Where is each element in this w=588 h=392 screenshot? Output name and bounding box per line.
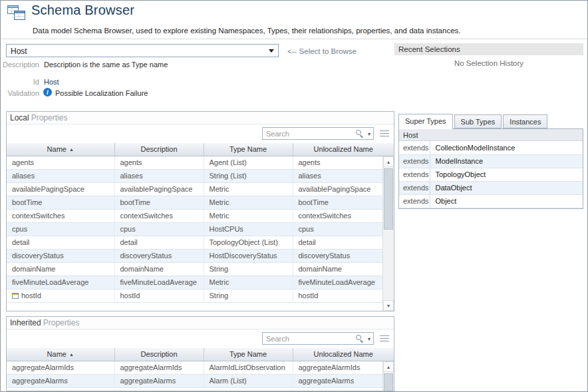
table-row[interactable]: agentsagentsAgent (List)agents bbox=[7, 156, 394, 169]
table-row[interactable]: aliasesaliasesString (List)aliases bbox=[7, 169, 394, 182]
tab-sub-types[interactable]: Sub Types bbox=[454, 114, 502, 128]
search-box[interactable]: ▾ bbox=[262, 127, 374, 140]
search-input[interactable] bbox=[266, 129, 350, 138]
table-row[interactable]: extendsDataObject bbox=[399, 181, 583, 194]
column-header-name[interactable]: Name▲ bbox=[7, 143, 114, 156]
page-description: Data model Schema Browser, used to explo… bbox=[33, 27, 461, 35]
recent-selections-panel: Recent Selections No Selection History bbox=[394, 43, 583, 67]
type-hierarchy-tabs: Super TypesSub TypesInstances bbox=[398, 114, 549, 130]
type-select-dropdown[interactable]: Host bbox=[6, 44, 279, 57]
cell-unlocalized-name: aliases bbox=[293, 169, 394, 182]
table-row[interactable]: bootTimebootTimeMetricbootTime bbox=[7, 196, 394, 209]
scroll-down-button[interactable]: ▼ bbox=[383, 300, 394, 311]
scroll-thumb[interactable] bbox=[384, 168, 393, 230]
table-row[interactable]: cpuscpusHostCPUscpus bbox=[7, 222, 394, 236]
search-icon[interactable] bbox=[356, 335, 361, 340]
inherited-properties-panel: InheritedProperties ▾ Name▲ Description … bbox=[6, 316, 394, 391]
id-value: Host bbox=[44, 78, 59, 86]
column-header-type-name[interactable]: Type Name bbox=[204, 143, 293, 156]
table-row[interactable]: availablePagingSpaceavailablePagingSpace… bbox=[7, 182, 394, 196]
cell-description: aliases bbox=[114, 169, 204, 182]
scroll-up-button[interactable]: ▲ bbox=[383, 361, 394, 372]
scroll-up-button[interactable]: ▲ bbox=[383, 156, 394, 167]
customize-columns-icon[interactable] bbox=[380, 130, 389, 137]
vertical-scrollbar[interactable]: ▲ ▼ bbox=[382, 156, 394, 311]
cell-type-name: Metric bbox=[204, 276, 293, 289]
cell-type: TopologyObject bbox=[430, 168, 583, 181]
tab-instances[interactable]: Instances bbox=[503, 114, 547, 128]
cell-unlocalized-name: detail bbox=[293, 236, 394, 249]
cell-name: fiveMinuteLoadAverage bbox=[7, 276, 114, 289]
cell-description: contextSwitches bbox=[114, 209, 204, 222]
schema-browser-icon bbox=[7, 4, 27, 22]
cell-description: cpus bbox=[114, 222, 204, 236]
cell-name: aggregateAlarms bbox=[7, 374, 114, 387]
vertical-scrollbar[interactable]: ▲ bbox=[382, 361, 394, 391]
local-properties-title: LocalProperties bbox=[7, 112, 394, 124]
customize-columns-icon[interactable] bbox=[380, 335, 389, 342]
table-row[interactable]: extendsModelInstance bbox=[399, 154, 583, 168]
dropdown-caret-icon[interactable] bbox=[269, 49, 274, 53]
recent-selections-empty-text: No Selection History bbox=[394, 55, 583, 67]
table-row[interactable]: fiveMinuteLoadAveragefiveMinuteLoadAvera… bbox=[7, 276, 394, 289]
table-row[interactable]: extendsTopologyObject bbox=[399, 168, 583, 181]
search-input[interactable] bbox=[266, 334, 350, 343]
cell-type: ModelInstance bbox=[430, 154, 583, 168]
cell-type-name: Metric bbox=[204, 209, 293, 222]
local-properties-toolbar: ▾ bbox=[7, 124, 394, 143]
cell-type-name: HostCPUs bbox=[204, 222, 293, 236]
table-row[interactable]: hostIdhostIdStringhostId bbox=[7, 289, 394, 302]
search-options-caret-icon[interactable]: ▾ bbox=[368, 336, 370, 342]
column-header-unlocalized-name[interactable]: Unlocalized Name bbox=[293, 348, 394, 361]
cell-unlocalized-name: aggregateAlarmIds bbox=[293, 361, 394, 374]
column-header-name[interactable]: Name▲ bbox=[7, 348, 114, 361]
cell-name: hostId bbox=[7, 289, 114, 302]
cell-unlocalized-name: hostId bbox=[293, 289, 394, 302]
inherited-properties-table: Name▲ Description Type Name Unlocalized … bbox=[7, 348, 394, 388]
tab-super-types[interactable]: Super Types bbox=[398, 114, 453, 129]
validation-label: Validation bbox=[1, 89, 39, 97]
search-options-caret-icon[interactable]: ▾ bbox=[368, 131, 370, 137]
type-select-value: Host bbox=[11, 47, 27, 56]
column-header-unlocalized-name[interactable]: Unlocalized Name bbox=[293, 143, 394, 156]
sort-ascending-icon: ▲ bbox=[69, 352, 74, 357]
cell-type-name: String (List) bbox=[204, 169, 293, 182]
table-row[interactable]: aggregateAlarmsaggregateAlarmsAlarm (Lis… bbox=[7, 374, 394, 387]
cell-description: aggregateAlarms bbox=[114, 374, 204, 387]
description-value: Description is the same as Type name bbox=[44, 61, 168, 69]
table-row[interactable]: extendsObject bbox=[399, 194, 583, 208]
scroll-thumb[interactable] bbox=[384, 373, 393, 391]
table-row[interactable]: domainNamedomainNameStringdomainName bbox=[7, 262, 394, 276]
cell-name: domainName bbox=[7, 262, 114, 276]
table-header-row: Name▲ Description Type Name Unlocalized … bbox=[7, 143, 394, 156]
super-types-header: Host bbox=[399, 129, 583, 141]
cell-type: CollectionModelInstance bbox=[430, 141, 583, 154]
inherited-properties-toolbar: ▾ bbox=[7, 329, 394, 348]
table-row[interactable]: detaildetailTopologyObject (List)detail bbox=[7, 236, 394, 249]
super-types-panel: Host extendsCollectionModelInstanceexten… bbox=[398, 128, 583, 209]
column-header-description[interactable]: Description bbox=[114, 143, 204, 156]
table-row[interactable]: aggregateAlarmIdsaggregateAlarmIdsAlarmI… bbox=[7, 361, 394, 374]
column-header-type-name[interactable]: Type Name bbox=[204, 348, 293, 361]
sort-ascending-icon: ▲ bbox=[69, 147, 74, 152]
validation-message: Possible Localization Failure bbox=[55, 89, 148, 97]
cell-description: discoveryStatus bbox=[114, 249, 204, 262]
cell-type-name: Agent (List) bbox=[204, 156, 293, 169]
table-header-row: Name▲ Description Type Name Unlocalized … bbox=[7, 348, 394, 361]
cell-type-name: TopologyObject (List) bbox=[204, 236, 293, 249]
cell-name: aliases bbox=[7, 169, 114, 182]
cell-name: availablePagingSpace bbox=[7, 182, 114, 196]
cell-description: hostId bbox=[114, 289, 204, 302]
search-box[interactable]: ▾ bbox=[262, 332, 374, 345]
id-label: Id bbox=[1, 78, 39, 86]
search-icon[interactable] bbox=[356, 130, 361, 135]
inherited-properties-title-muted: Properties bbox=[43, 318, 80, 327]
table-row[interactable]: extendsCollectionModelInstance bbox=[399, 141, 583, 154]
cell-name: discoveryStatus bbox=[7, 249, 114, 262]
table-row[interactable]: discoveryStatusdiscoveryStatusHostDiscov… bbox=[7, 249, 394, 262]
cell-unlocalized-name: bootTime bbox=[293, 196, 394, 209]
cell-name: aggregateAlarmIds bbox=[7, 361, 114, 374]
cell-unlocalized-name: fiveMinuteLoadAverage bbox=[293, 276, 394, 289]
table-row[interactable]: contextSwitchescontextSwitchesMetriccont… bbox=[7, 209, 394, 222]
column-header-description[interactable]: Description bbox=[114, 348, 204, 361]
